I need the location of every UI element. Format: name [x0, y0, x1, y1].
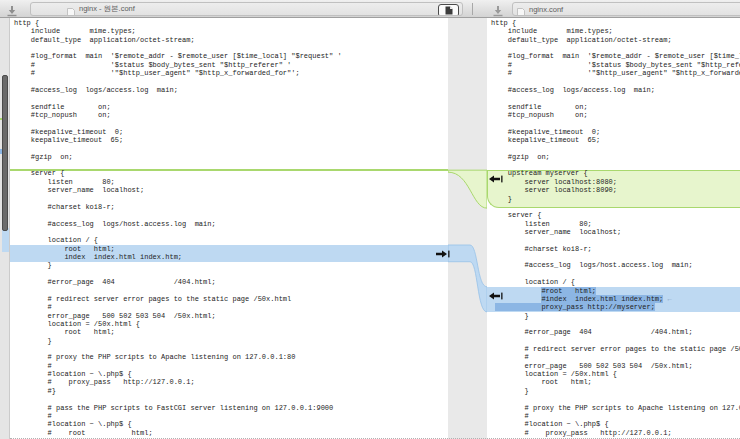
code-line: keepalive_timeout 65; — [14, 136, 448, 144]
merge-changed-to-left-arrow[interactable] — [489, 288, 503, 296]
code-line: sendfile on; — [14, 103, 448, 111]
code-line: # proxy the PHP scripts to Apache listen… — [14, 353, 448, 361]
code-line: server_name localhost; — [491, 228, 740, 236]
save-left-icon[interactable] — [6, 3, 18, 15]
code-line — [14, 144, 448, 152]
scrollbar-thumb[interactable] — [2, 75, 8, 231]
left-file-tab[interactable]: nginx - 원본.conf — [30, 2, 463, 16]
code-line — [491, 144, 740, 152]
code-line — [14, 94, 448, 102]
code-line: # pass the PHP scripts to FastCGI server… — [14, 404, 448, 412]
code-line: #location ~ \.php$ { — [14, 370, 448, 378]
code-line: #gzip on; — [491, 153, 740, 161]
code-line — [491, 203, 740, 211]
code-line: location = /50x.html { — [14, 320, 448, 328]
code-line: sendfile on; — [491, 103, 740, 111]
code-line: server localhost:8090; — [491, 186, 740, 194]
code-line: default_type application/octet-stream; — [14, 36, 448, 44]
code-line — [491, 78, 740, 86]
left-file-title: nginx - 원본.conf — [79, 4, 135, 14]
code-line: root html; — [14, 245, 448, 253]
code-line — [491, 236, 740, 244]
code-line: include mime.types; — [491, 27, 740, 35]
export-snapshot-button[interactable] — [438, 4, 459, 16]
code-line — [491, 44, 740, 52]
code-line: #access_log logs/access.log main; — [14, 86, 448, 94]
code-line: # redirect server error pages to the sta… — [14, 295, 448, 303]
code-line: # '"$http_user_agent" "$http_x_forwarded… — [14, 69, 448, 77]
code-line: listen 80; — [491, 220, 740, 228]
export-snapshot-icon — [445, 6, 453, 15]
code-line: server_name localhost; — [14, 186, 448, 194]
code-line: } — [491, 312, 740, 320]
code-line: # '"$http_user_agent" "$http_x_forwarded… — [491, 69, 740, 77]
code-line: #charset koi8-r; — [491, 245, 740, 253]
code-line: #} — [14, 387, 448, 395]
toolbar-divider — [472, 3, 473, 15]
right-file-tab[interactable]: nginx.conf — [512, 2, 740, 16]
code-line: http { — [491, 19, 740, 27]
code-line — [491, 253, 740, 261]
code-line — [14, 287, 448, 295]
code-line: #index index.html index.htm; ← — [491, 295, 740, 303]
code-line: # proxy the PHP scripts to Apache listen… — [491, 404, 740, 412]
code-line: #keepalive_timeout 0; — [14, 128, 448, 136]
code-line: # proxy_pass http://127.0.0.1; — [14, 378, 448, 386]
code-line: keepalive_timeout 65; — [491, 136, 740, 144]
code-line: } — [14, 337, 448, 345]
code-line: location / { — [491, 278, 740, 286]
code-line: #root html; — [491, 287, 740, 295]
code-line: error_page 500 502 503 504 /50x.html; — [491, 362, 740, 370]
code-line — [491, 337, 740, 345]
code-line — [491, 94, 740, 102]
code-line: } — [491, 195, 740, 203]
merge-added-to-left-arrow[interactable] — [489, 171, 503, 179]
code-line — [14, 119, 448, 127]
code-line: #log_format main '$remote_addr - $remote… — [491, 52, 740, 60]
right-file-title: nginx.conf — [529, 5, 563, 14]
newline-marker: ← — [663, 295, 671, 303]
code-line: server localhost:8080; — [491, 178, 740, 186]
code-line: } — [491, 387, 740, 395]
code-line — [491, 161, 740, 169]
code-line — [14, 270, 448, 278]
code-line: listen 80; — [14, 178, 448, 186]
code-line — [14, 78, 448, 86]
code-line — [14, 161, 448, 169]
code-line: # — [14, 303, 448, 311]
code-line: #location ~ \.php$ { — [14, 420, 448, 428]
code-line — [14, 395, 448, 403]
code-line — [491, 395, 740, 403]
code-line: default_type application/octet-stream; — [491, 36, 740, 44]
code-line: server { — [491, 211, 740, 219]
left-pane[interactable]: http { include mime.types; default_type … — [10, 18, 448, 439]
code-line: #access_log logs/host.access.log main; — [14, 220, 448, 228]
save-right-icon[interactable] — [492, 3, 504, 15]
code-line — [14, 211, 448, 219]
code-line: #charset koi8-r; — [14, 203, 448, 211]
code-line: # redirect server error pages to the sta… — [491, 345, 740, 353]
code-line: # '$status $body_bytes_sent "$http_refer… — [14, 61, 448, 69]
document-icon — [517, 4, 525, 14]
toolbar: nginx - 원본.conf nginx.conf — [0, 0, 740, 18]
code-line: #tcp_nopush on; — [491, 111, 740, 119]
code-line: #error_page 404 /404.html; — [14, 278, 448, 286]
merge-to-right-arrow[interactable] — [436, 246, 450, 254]
code-line: error_page 500 502 503 504 /50x.html; — [14, 312, 448, 320]
overview-scrollbar[interactable] — [0, 18, 10, 439]
code-line: #tcp_nopush on; — [14, 111, 448, 119]
code-line: proxy_pass http://myserver; — [491, 303, 740, 311]
code-line — [14, 228, 448, 236]
code-line: #gzip on; — [14, 153, 448, 161]
code-line: #error_page 404 /404.html; — [491, 328, 740, 336]
code-line: #keepalive_timeout 0; — [491, 128, 740, 136]
code-line: # '$status $body_bytes_sent "$http_refer… — [491, 61, 740, 69]
code-line: } — [14, 261, 448, 269]
code-line — [14, 345, 448, 353]
overview-changed-region[interactable] — [2, 228, 9, 252]
right-pane[interactable]: http { include mime.types; default_type … — [487, 18, 740, 439]
code-line: # — [14, 412, 448, 420]
code-line — [491, 270, 740, 278]
diff-view: http { include mime.types; default_type … — [0, 18, 740, 439]
code-line: #access_log logs/access.log main; — [491, 86, 740, 94]
